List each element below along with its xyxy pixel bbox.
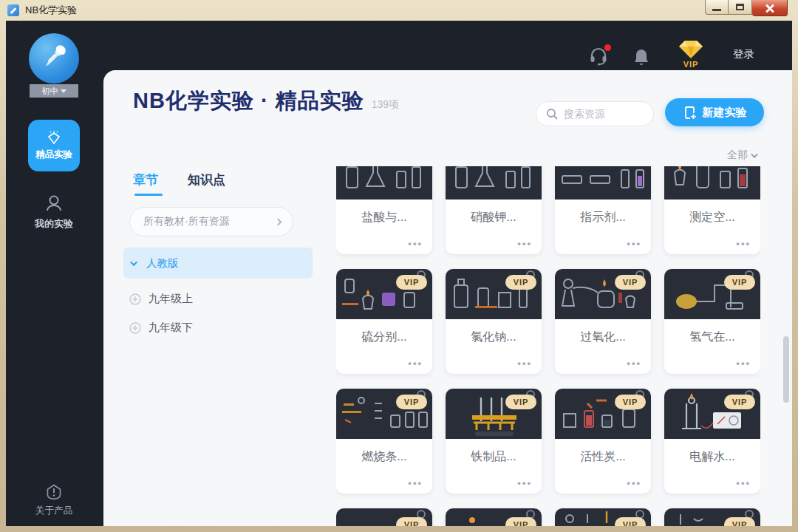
experiment-thumbnail: VIP xyxy=(555,508,651,526)
app-window: 初中 精品实验 我的实验 关于产品 xyxy=(6,21,792,526)
new-experiment-icon xyxy=(683,106,697,120)
search-input[interactable] xyxy=(564,108,638,120)
vip-badge: VIP xyxy=(396,517,427,526)
textbook-selector[interactable]: 所有教材·所有资源 xyxy=(129,207,293,236)
experiment-card[interactable]: VIP 氢气在... ••• xyxy=(664,269,760,374)
tab-chapters[interactable]: 章节 xyxy=(133,171,158,188)
circle-plus-icon xyxy=(129,293,141,305)
experiment-card-partial[interactable]: VIP xyxy=(446,508,542,526)
maximize-icon xyxy=(736,4,744,10)
experiment-card-partial[interactable]: VIP xyxy=(555,508,651,526)
card-body: 氢气在... ••• xyxy=(664,319,760,374)
page-title: NB化学实验 · 精品实验139项 xyxy=(133,86,399,116)
experiment-thumbnail: VIP xyxy=(664,508,760,526)
experiment-title: 电解水... xyxy=(664,439,760,465)
chevron-down-icon xyxy=(751,151,758,158)
equipment-illustration xyxy=(446,166,542,200)
sidebar-item-about-product[interactable]: 关于产品 xyxy=(28,483,80,517)
minimize-button[interactable] xyxy=(705,0,729,15)
experiment-card-partial[interactable]: VIP xyxy=(664,508,760,526)
more-button[interactable]: ••• xyxy=(736,477,751,488)
tab-knowledge-points[interactable]: 知识点 xyxy=(188,171,225,188)
tree-node-grade9-first[interactable]: 九年级上 xyxy=(129,292,193,306)
experiment-grid-viewport: 盐酸与... ••• VIP 硝酸钾... ••• xyxy=(336,166,760,526)
experiment-title: 测定空... xyxy=(664,200,760,225)
more-button[interactable]: ••• xyxy=(408,358,423,369)
vip-label: VIP xyxy=(672,60,710,69)
more-button[interactable]: ••• xyxy=(627,477,641,488)
experiment-card[interactable]: VIP 燃烧条... ••• xyxy=(336,389,432,494)
more-button[interactable]: ••• xyxy=(627,358,641,369)
experiment-thumbnail: VIP xyxy=(555,166,651,200)
more-button[interactable]: ••• xyxy=(627,238,641,249)
experiment-card[interactable]: VIP 硫分别... ••• xyxy=(336,269,432,374)
avatar[interactable] xyxy=(29,33,79,83)
caret-down-icon xyxy=(61,89,66,93)
more-button[interactable]: ••• xyxy=(408,238,423,249)
vip-badge: VIP xyxy=(505,395,536,409)
vip-button[interactable]: VIP xyxy=(672,40,710,69)
maximize-button[interactable] xyxy=(729,0,752,15)
experiment-thumbnail: VIP xyxy=(336,508,432,526)
tree-node-grade9-second[interactable]: 九年级下 xyxy=(129,321,193,335)
experiment-card[interactable]: VIP 电解水... ••• xyxy=(664,389,760,494)
more-button[interactable]: ••• xyxy=(736,358,751,369)
more-button[interactable]: ••• xyxy=(517,358,532,369)
close-button[interactable] xyxy=(752,0,788,16)
experiment-card-partial[interactable]: VIP xyxy=(336,508,432,526)
experiment-thumbnail: VIP xyxy=(446,508,542,526)
experiment-card[interactable]: VIP 测定空... ••• xyxy=(664,166,760,254)
circle-plus-icon xyxy=(129,322,141,334)
vip-badge: VIP xyxy=(724,275,755,290)
more-button[interactable]: ••• xyxy=(736,238,751,249)
experiment-card[interactable]: VIP 过氧化... ••• xyxy=(555,269,651,374)
sidebar-item-label: 精品实验 xyxy=(35,149,72,161)
experiment-thumbnail: VIP xyxy=(446,166,542,200)
experiment-card[interactable]: VIP 氯化钠... ••• xyxy=(446,269,542,374)
experiment-title: 活性炭... xyxy=(555,439,651,465)
scrollbar-thumb[interactable] xyxy=(783,336,789,403)
new-experiment-button[interactable]: 新建实验 xyxy=(665,98,764,126)
notifications-button[interactable] xyxy=(632,48,650,67)
experiment-card[interactable]: VIP 指示剂... ••• xyxy=(555,166,651,254)
grade-badge[interactable]: 初中 xyxy=(30,84,78,98)
card-body: 燃烧条... ••• xyxy=(336,439,432,494)
window-frame: NB化学实验 初中 xyxy=(0,0,798,532)
card-body: 氯化钠... ••• xyxy=(446,319,542,374)
sidebar-item-my-experiments[interactable]: 我的实验 xyxy=(28,194,80,231)
experiment-thumbnail: VIP xyxy=(555,269,651,319)
tree-node-label: 九年级下 xyxy=(149,321,193,335)
active-tab-indicator xyxy=(134,194,163,196)
tree-node-label: 九年级上 xyxy=(149,292,193,306)
experiment-thumbnail: VIP xyxy=(336,269,432,319)
sort-dropdown[interactable]: 全部 xyxy=(727,149,758,162)
card-body: 测定空... ••• xyxy=(664,200,760,254)
sidebar-item-premium-experiments[interactable]: 精品实验 xyxy=(28,120,80,171)
card-body: 铁制品... ••• xyxy=(446,439,542,494)
search-icon xyxy=(546,108,558,120)
vip-badge: VIP xyxy=(396,395,427,409)
experiment-card[interactable]: 盐酸与... ••• xyxy=(336,166,432,254)
vip-badge: VIP xyxy=(724,517,755,526)
login-button[interactable]: 登录 xyxy=(733,47,754,61)
equipment-illustration xyxy=(336,166,432,200)
vip-badge: VIP xyxy=(615,395,646,409)
experiment-card[interactable]: VIP 活性炭... ••• xyxy=(555,389,651,494)
sort-dropdown-label: 全部 xyxy=(727,149,748,162)
experiment-card[interactable]: VIP 硝酸钾... ••• xyxy=(446,166,542,254)
vip-badge: VIP xyxy=(505,275,536,290)
experiment-thumbnail: VIP xyxy=(446,269,542,319)
equipment-illustration xyxy=(664,166,760,200)
info-shield-icon xyxy=(45,483,63,501)
more-button[interactable]: ••• xyxy=(517,238,532,249)
experiment-thumbnail: VIP xyxy=(664,166,760,200)
window-controls xyxy=(705,0,788,16)
vip-badge: VIP xyxy=(615,517,646,526)
experiment-title: 硝酸钾... xyxy=(446,200,542,225)
experiment-card[interactable]: VIP 铁制品... ••• xyxy=(446,389,542,494)
tree-node-pep-edition[interactable]: 人教版 xyxy=(123,248,313,279)
more-button[interactable]: ••• xyxy=(517,477,532,488)
more-button[interactable]: ••• xyxy=(408,477,423,488)
support-headset-button[interactable] xyxy=(588,46,610,68)
sidebar-item-label: 我的实验 xyxy=(28,217,80,231)
